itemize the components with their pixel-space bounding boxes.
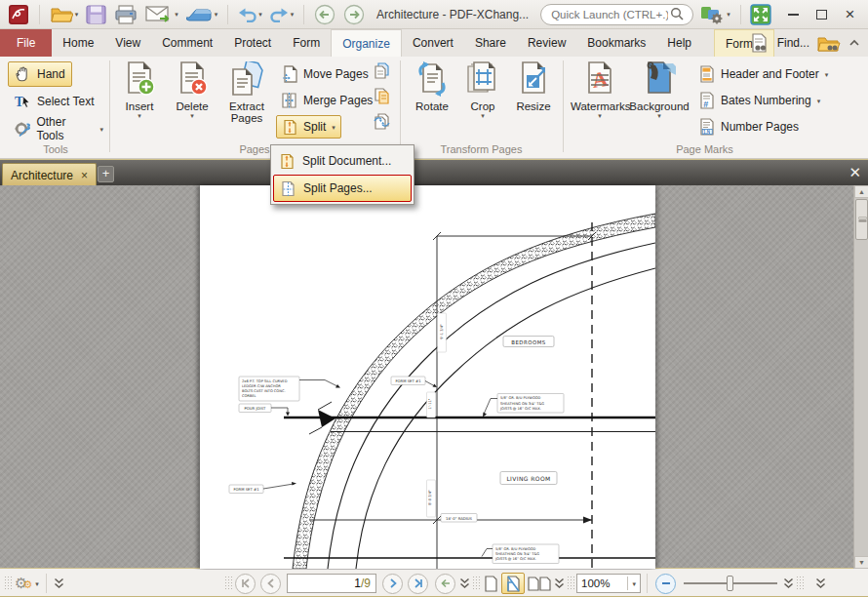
options-dropdown-icon[interactable]: ▾ <box>35 580 39 587</box>
insert-pages-icon <box>123 61 156 97</box>
app-logo-icon[interactable] <box>6 2 31 27</box>
tab-bookmarks[interactable]: Bookmarks <box>576 29 656 57</box>
previous-page-button[interactable] <box>260 574 281 594</box>
resize-pages-button[interactable]: Resize <box>509 60 558 142</box>
duplicate-pages-icon[interactable] <box>374 62 390 79</box>
ui-options-dropdown-icon[interactable]: ▾ <box>727 11 730 18</box>
close-button[interactable]: × <box>838 3 862 26</box>
zoom-tools-expand-icon[interactable] <box>783 577 794 589</box>
split-button[interactable]: Split ▾ <box>276 115 341 139</box>
crop-pages-button[interactable]: Crop ▾ <box>458 60 507 142</box>
tab-view[interactable]: View <box>104 29 151 57</box>
options-gears-icon[interactable]: ⚙⚙ <box>15 575 32 592</box>
exchange-pages-icon[interactable] <box>374 113 390 130</box>
fullscreen-button[interactable] <box>748 2 773 27</box>
vertical-scrollbar[interactable]: ▲ ▼ <box>853 185 868 569</box>
back-button[interactable] <box>312 2 337 27</box>
scrollbar-thumb[interactable] <box>855 199 868 240</box>
last-page-button[interactable] <box>408 574 428 594</box>
document-tab-architecture[interactable]: Architecture × <box>2 163 97 186</box>
watermarks-button[interactable]: A Watermarks ▾ <box>571 60 629 142</box>
undo-dropdown-icon[interactable]: ▾ <box>258 11 262 18</box>
rotate-pages-button[interactable]: Rotate <box>408 60 456 142</box>
two-page-view-button[interactable] <box>527 574 552 593</box>
replace-pages-icon[interactable] <box>374 88 390 104</box>
tab-convert[interactable]: Convert <box>402 29 464 57</box>
find-icon[interactable] <box>750 33 769 53</box>
scroll-down-icon[interactable]: ▼ <box>854 556 868 569</box>
svg-text:SHEATHING ON 3/4" T&G: SHEATHING ON 3/4" T&G <box>495 552 539 556</box>
scan-dropdown-icon[interactable]: ▾ <box>215 11 218 18</box>
more-tools-expand-icon[interactable] <box>815 577 826 589</box>
merge-pages-button[interactable]: Merge Pages <box>276 89 377 112</box>
menu-item-split-pages[interactable]: Split Pages... <box>273 175 412 202</box>
expand-panel-icon[interactable] <box>54 577 64 589</box>
header-footer-button[interactable]: Header and Footer ▾ <box>694 62 833 86</box>
tab-close-icon[interactable]: × <box>81 170 88 181</box>
tab-review[interactable]: Review <box>517 29 576 57</box>
zoom-out-button[interactable] <box>655 574 676 594</box>
scan-button[interactable]: ▾ <box>184 4 220 25</box>
svg-text:9'-1 3/4": 9'-1 3/4" <box>440 324 444 339</box>
other-tools-button[interactable]: Other Tools ▾ <box>8 116 109 141</box>
maximize-button[interactable] <box>809 3 834 26</box>
ribbon-group-tools: Hand T Select Text Other Tools ▾ Tools <box>2 57 109 158</box>
forward-button[interactable] <box>341 2 367 27</box>
first-page-button[interactable] <box>235 574 256 594</box>
continuous-view-button[interactable] <box>501 573 525 594</box>
previous-view-button[interactable] <box>435 574 455 594</box>
open-file-dropdown-icon[interactable]: ▾ <box>75 11 79 18</box>
quick-launch-input[interactable] <box>549 8 670 21</box>
email-button[interactable]: ▾ <box>143 3 180 25</box>
next-page-button[interactable] <box>382 574 403 594</box>
ui-options-button[interactable]: ▾ <box>697 2 732 27</box>
select-text-button[interactable]: T Select Text <box>8 89 99 114</box>
move-pages-button[interactable]: Move Pages <box>276 62 374 86</box>
extract-pages-button[interactable]: Extract Pages <box>219 60 274 142</box>
save-button[interactable] <box>84 3 108 26</box>
bates-numbering-button[interactable]: # Bates Numbering ▾ <box>694 89 825 112</box>
insert-pages-button[interactable]: Insert ▾ <box>115 60 164 142</box>
tab-home[interactable]: Home <box>52 29 104 57</box>
new-tab-button[interactable]: + <box>98 166 114 182</box>
collapse-ribbon-icon[interactable] <box>848 38 860 48</box>
view-history-expand-icon[interactable] <box>459 577 470 589</box>
toolbar-grip[interactable] <box>567 576 574 591</box>
toolbar-grip[interactable] <box>796 576 804 591</box>
delete-pages-button[interactable]: Delete ▾ <box>168 60 217 142</box>
tab-protect[interactable]: Protect <box>223 29 282 57</box>
zoom-slider[interactable] <box>684 582 777 584</box>
hand-tool-button[interactable]: Hand <box>8 61 72 87</box>
background-button[interactable]: Background ▾ <box>629 60 690 142</box>
toolbar-grip[interactable] <box>472 576 480 591</box>
email-dropdown-icon[interactable]: ▾ <box>175 11 178 18</box>
tab-organize[interactable]: Organize <box>331 29 402 57</box>
menu-item-split-document[interactable]: Split Document... <box>273 147 412 175</box>
page-number-input[interactable]: 1/9 <box>287 574 376 593</box>
scroll-up-icon[interactable]: ▲ <box>854 185 868 198</box>
document-viewport[interactable]: BEDROOMS LIVING ROOM FORM SET #1 FORM SE… <box>0 185 868 569</box>
zoom-slider-handle[interactable] <box>727 576 733 591</box>
svg-text:1.N: 1.N <box>703 130 711 135</box>
number-pages-button[interactable]: 1.N Number Pages <box>694 115 804 139</box>
tab-file[interactable]: File <box>0 29 52 57</box>
redo-dropdown-icon[interactable]: ▾ <box>291 11 295 18</box>
tab-comment[interactable]: Comment <box>151 29 223 57</box>
open-file-button[interactable]: ▾ <box>48 3 81 25</box>
single-page-view-button[interactable] <box>482 574 499 593</box>
view-modes-expand-icon[interactable] <box>554 577 565 589</box>
quick-launch-box[interactable] <box>540 4 693 25</box>
print-button[interactable] <box>112 3 139 26</box>
tab-share[interactable]: Share <box>464 29 517 57</box>
toolbar-grip[interactable] <box>224 576 232 591</box>
minimize-button[interactable] <box>781 3 806 26</box>
undo-button[interactable]: ▾ <box>236 4 264 24</box>
zoom-level-select[interactable]: 100% ▾ <box>576 574 641 593</box>
find-label[interactable]: Find... <box>777 36 809 50</box>
tab-help[interactable]: Help <box>656 29 702 57</box>
tab-form[interactable]: Form <box>282 29 331 57</box>
toolbar-grip[interactable] <box>4 576 12 591</box>
redo-button[interactable]: ▾ <box>268 4 296 24</box>
find-in-files-icon[interactable] <box>817 34 841 53</box>
close-document-icon[interactable]: ✕ <box>848 164 861 181</box>
